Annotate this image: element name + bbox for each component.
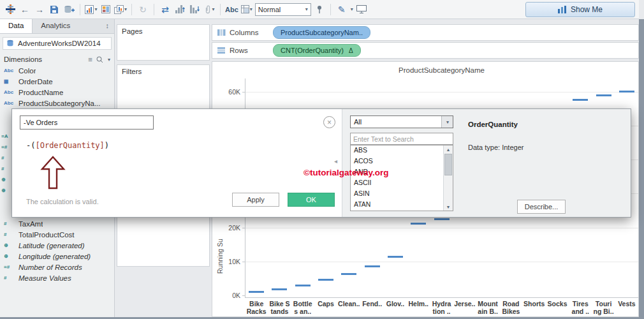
- rows-icon: [217, 47, 226, 54]
- chart-mark[interactable]: [573, 99, 588, 101]
- forward-icon[interactable]: →: [33, 3, 46, 17]
- annotation-arrow-icon: [38, 155, 68, 191]
- x-axis-category[interactable]: Socks: [546, 300, 569, 317]
- pill-label: CNT(OrderQuantity): [281, 47, 344, 54]
- presentation-mode-icon[interactable]: [355, 3, 368, 17]
- x-axis-category[interactable]: Glov..: [384, 300, 407, 317]
- chart-mark[interactable]: [434, 218, 450, 220]
- new-dashboard-icon[interactable]: [99, 3, 112, 17]
- show-me-button[interactable]: Show Me: [525, 2, 635, 17]
- x-axis-category[interactable]: Bike Racks: [245, 300, 268, 317]
- dimension-field[interactable]: Abc ProductName: [0, 87, 114, 98]
- columns-shelf[interactable]: Columns ProductSubcategoryNam..: [212, 24, 639, 41]
- chart-mark[interactable]: [619, 91, 634, 93]
- function-list-item[interactable]: ACOS: [351, 156, 453, 167]
- x-axis-category[interactable]: Vests: [615, 300, 638, 317]
- x-axis-category[interactable]: Hydra tion ..: [430, 300, 453, 317]
- x-axis-category[interactable]: Helm..: [407, 300, 430, 317]
- measure-field[interactable]: ⊕ Latitude (generated): [0, 240, 114, 251]
- measure-field[interactable]: ⊕ Longitude (generated): [0, 251, 114, 262]
- chart-mark[interactable]: [341, 273, 356, 275]
- function-category-dropdown[interactable]: All ▾: [350, 115, 453, 128]
- fit-mode-dropdown[interactable]: Normal ▾: [255, 3, 311, 16]
- view-as-list-icon[interactable]: ≡: [88, 56, 92, 63]
- function-list-item[interactable]: ABS: [351, 145, 453, 156]
- pages-shelf[interactable]: Pages: [117, 24, 210, 61]
- dimension-field[interactable]: ▦ OrderDate: [0, 76, 114, 87]
- group-members-icon[interactable]: ▾: [203, 3, 216, 17]
- field-row-partial[interactable]: #: [1, 152, 11, 163]
- show-mark-labels-button[interactable]: Abc: [225, 3, 238, 17]
- toolbar-separator: [220, 4, 221, 15]
- describe-button[interactable]: Describe...: [517, 200, 566, 214]
- x-axis-category[interactable]: Fend..: [360, 300, 383, 317]
- rows-pill[interactable]: CNT(OrderQuantity) Δ: [273, 44, 361, 57]
- chart-mark[interactable]: [318, 279, 333, 281]
- chart-mark[interactable]: [272, 288, 287, 290]
- function-list-item[interactable]: ATAN: [351, 200, 453, 211]
- sort-descending-icon[interactable]: [188, 3, 201, 17]
- close-icon[interactable]: ×: [323, 116, 335, 128]
- dimensions-header[interactable]: Dimensions ≡ ▾: [0, 52, 114, 65]
- calculation-name-input[interactable]: [20, 115, 154, 130]
- fix-axes-pin-icon[interactable]: [313, 3, 326, 17]
- dimension-field[interactable]: Abc Color: [0, 65, 114, 76]
- formula-editor[interactable]: -([OrderQuantity]): [26, 141, 109, 150]
- chart-mark[interactable]: [388, 256, 403, 258]
- field-row-partial[interactable]: =#: [1, 142, 11, 152]
- x-axis-category[interactable]: Jerse..: [453, 300, 476, 317]
- data-source-item[interactable]: AdventureWorksDW2014: [3, 37, 112, 50]
- tab-analytics[interactable]: Analytics: [33, 19, 78, 33]
- columns-pill[interactable]: ProductSubcategoryNam..: [273, 26, 370, 39]
- field-row-partial[interactable]: ⊕: [1, 185, 11, 196]
- x-axis-category[interactable]: Shorts: [523, 300, 546, 317]
- chart-mark[interactable]: [596, 94, 611, 96]
- measure-field[interactable]: =# Number of Records: [0, 262, 114, 272]
- sort-ascending-icon[interactable]: [173, 3, 186, 17]
- highlight-pen-icon[interactable]: ✎: [335, 3, 348, 17]
- tab-data[interactable]: Data: [0, 19, 33, 33]
- totals-icon[interactable]: ▾: [240, 3, 253, 17]
- measure-field[interactable]: # TaxAmt: [0, 218, 114, 229]
- x-axis-category[interactable]: Touri ng Bi..: [592, 300, 615, 317]
- ok-button[interactable]: OK: [288, 193, 335, 207]
- chart-mark[interactable]: [365, 265, 380, 267]
- measure-field[interactable]: # TotalProductCost: [0, 229, 114, 240]
- x-axis-category[interactable]: Tires and ..: [569, 300, 592, 317]
- apply-button[interactable]: Apply: [232, 193, 279, 207]
- dimension-field[interactable]: Abc ProductSubcategoryNa...: [0, 98, 114, 108]
- x-axis-category[interactable]: Bike S tands: [268, 300, 291, 317]
- chart-mark[interactable]: [411, 223, 426, 225]
- scroll-up-icon[interactable]: ▲: [444, 145, 453, 153]
- rows-shelf[interactable]: Rows CNT(OrderQuantity) Δ: [212, 42, 639, 59]
- save-icon[interactable]: [48, 3, 61, 17]
- field-label: Latitude (generated): [18, 242, 85, 249]
- chart-mark[interactable]: [249, 291, 264, 293]
- x-axis-category[interactable]: Caps: [314, 300, 337, 317]
- field-row-partial[interactable]: ⊕: [1, 174, 11, 185]
- search-icon[interactable]: [96, 56, 103, 63]
- collapse-functions-icon[interactable]: ◂: [334, 158, 337, 165]
- measure-field[interactable]: # Measure Values: [0, 272, 114, 283]
- function-search-input[interactable]: [350, 133, 453, 145]
- x-axis-category[interactable]: Clean..: [337, 300, 360, 317]
- duplicate-sheet-icon[interactable]: ▾: [114, 3, 127, 17]
- back-icon[interactable]: ←: [18, 3, 31, 17]
- x-axis-category[interactable]: Road Bikes: [499, 300, 522, 317]
- pane-sort-icon[interactable]: ↕: [106, 19, 115, 33]
- function-list-item[interactable]: ASCII: [351, 178, 453, 189]
- field-row-partial[interactable]: =A: [1, 131, 11, 142]
- chevron-down-icon[interactable]: ▾: [108, 57, 110, 63]
- field-row-partial[interactable]: #: [1, 163, 11, 174]
- swap-rows-columns-icon[interactable]: ⇄: [159, 3, 172, 17]
- add-data-source-icon[interactable]: [62, 3, 75, 17]
- refresh-icon[interactable]: ↻: [136, 3, 149, 17]
- scroll-down-icon[interactable]: ▼: [444, 203, 453, 211]
- x-axis-category[interactable]: Mount ain B..: [476, 300, 499, 317]
- x-axis-category[interactable]: Bottle s an..: [291, 300, 314, 317]
- function-list-item[interactable]: ASIN: [351, 189, 453, 200]
- function-list-scrollbar[interactable]: ▲ ▼: [443, 145, 453, 211]
- scrollbar-thumb[interactable]: [444, 154, 452, 175]
- chart-mark[interactable]: [295, 285, 311, 286]
- new-worksheet-icon[interactable]: ▾: [85, 3, 98, 17]
